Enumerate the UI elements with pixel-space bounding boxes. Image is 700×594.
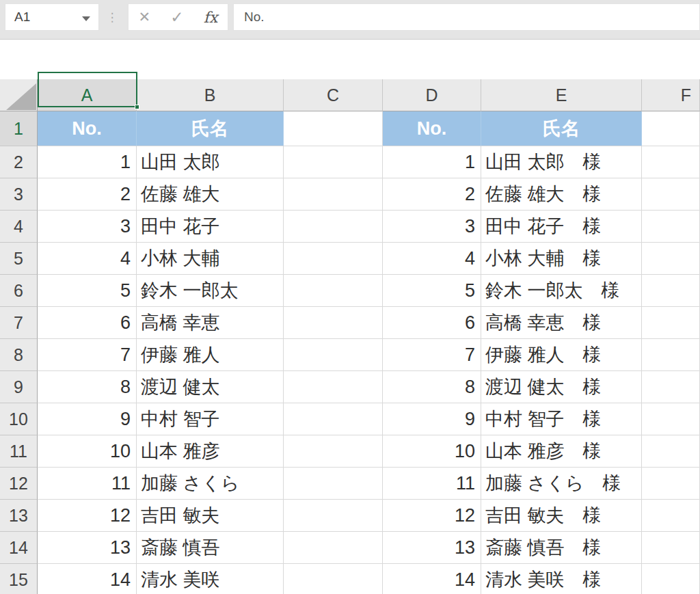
column-header-e[interactable]: E bbox=[481, 79, 642, 111]
cell-empty-c[interactable] bbox=[284, 564, 383, 594]
cell-empty-f[interactable] bbox=[642, 532, 700, 564]
row-header[interactable]: 11 bbox=[0, 435, 38, 468]
column-header-a[interactable]: A bbox=[38, 79, 137, 111]
cell-no-right[interactable]: 4 bbox=[383, 243, 481, 275]
cell-no-right[interactable]: 3 bbox=[383, 211, 481, 243]
cell-name-left[interactable]: 伊藤 雅人 bbox=[137, 339, 284, 371]
cell-no-right[interactable]: 12 bbox=[383, 500, 481, 532]
cell-empty-c[interactable] bbox=[284, 243, 383, 275]
cell-name-right[interactable]: 鈴木 一郎太 様 bbox=[481, 275, 642, 307]
cell-empty-f[interactable] bbox=[642, 275, 700, 307]
cancel-icon[interactable]: ✕ bbox=[139, 9, 151, 25]
column-header-b[interactable]: B bbox=[137, 79, 284, 111]
cell-no-left[interactable]: 5 bbox=[38, 275, 137, 307]
cell-no-left[interactable]: 9 bbox=[38, 403, 137, 435]
cell-empty-f[interactable] bbox=[642, 564, 700, 594]
cell-a1-no-header[interactable]: No. bbox=[38, 111, 137, 146]
cell-no-right[interactable]: 1 bbox=[383, 146, 481, 178]
row-header[interactable]: 14 bbox=[0, 532, 38, 564]
cell-no-left[interactable]: 12 bbox=[38, 500, 137, 532]
cell-name-right[interactable]: 田中 花子 様 bbox=[481, 211, 642, 243]
cell-empty-f[interactable] bbox=[642, 243, 700, 275]
cell-name-left[interactable]: 吉田 敏夫 bbox=[137, 500, 284, 532]
cell-name-left[interactable]: 山本 雅彦 bbox=[137, 435, 284, 468]
cell-no-left[interactable]: 3 bbox=[38, 211, 137, 243]
cell-empty-f[interactable] bbox=[642, 146, 700, 178]
cell-b1-name-header[interactable]: 氏名 bbox=[137, 111, 284, 146]
row-header[interactable]: 10 bbox=[0, 403, 38, 435]
cell-f1-empty[interactable] bbox=[642, 111, 700, 146]
cell-no-left[interactable]: 7 bbox=[38, 339, 137, 371]
cell-empty-f[interactable] bbox=[642, 468, 700, 500]
insert-function-icon[interactable]: fx bbox=[204, 9, 218, 26]
row-header[interactable]: 8 bbox=[0, 339, 38, 371]
cell-name-left[interactable]: 加藤 さくら bbox=[137, 468, 284, 500]
column-header-c[interactable]: C bbox=[284, 79, 383, 111]
select-all-corner[interactable] bbox=[0, 79, 38, 111]
cell-no-right[interactable]: 10 bbox=[383, 435, 481, 468]
cell-empty-f[interactable] bbox=[642, 307, 700, 339]
column-header-f[interactable]: F bbox=[642, 79, 700, 111]
cell-name-right[interactable]: 斎藤 慎吾 様 bbox=[481, 532, 642, 564]
cell-name-left[interactable]: 清水 美咲 bbox=[137, 564, 284, 594]
cell-no-right[interactable]: 11 bbox=[383, 468, 481, 500]
cell-name-right[interactable]: 山田 太郎 様 bbox=[481, 146, 642, 178]
cell-e1-name-header[interactable]: 氏名 bbox=[481, 111, 642, 146]
cell-empty-f[interactable] bbox=[642, 339, 700, 371]
name-box-dropdown-icon[interactable] bbox=[82, 16, 90, 21]
cell-name-right[interactable]: 高橋 幸恵 様 bbox=[481, 307, 642, 339]
row-header[interactable]: 6 bbox=[0, 275, 38, 307]
cell-empty-c[interactable] bbox=[284, 500, 383, 532]
cell-empty-c[interactable] bbox=[284, 339, 383, 371]
name-box[interactable]: A1 bbox=[5, 3, 99, 31]
cell-d1-no-header[interactable]: No. bbox=[383, 111, 481, 146]
row-header[interactable]: 3 bbox=[0, 178, 38, 211]
cell-no-left[interactable]: 6 bbox=[38, 307, 137, 339]
cell-name-right[interactable]: 山本 雅彦 様 bbox=[481, 435, 642, 468]
cell-name-left[interactable]: 鈴木 一郎太 bbox=[137, 275, 284, 307]
cell-empty-f[interactable] bbox=[642, 435, 700, 468]
cell-empty-c[interactable] bbox=[284, 435, 383, 468]
cell-name-right[interactable]: 渡辺 健太 様 bbox=[481, 371, 642, 403]
cell-no-left[interactable]: 10 bbox=[38, 435, 137, 468]
cell-name-right[interactable]: 清水 美咲 様 bbox=[481, 564, 642, 594]
cell-name-left[interactable]: 高橋 幸恵 bbox=[137, 307, 284, 339]
cell-empty-c[interactable] bbox=[284, 468, 383, 500]
cell-no-left[interactable]: 2 bbox=[38, 178, 137, 211]
row-header[interactable]: 2 bbox=[0, 146, 38, 178]
row-header[interactable]: 5 bbox=[0, 243, 38, 275]
cell-c1-empty[interactable] bbox=[284, 111, 383, 146]
cell-no-right[interactable]: 13 bbox=[383, 532, 481, 564]
cell-empty-f[interactable] bbox=[642, 178, 700, 211]
row-header[interactable]: 15 bbox=[0, 564, 38, 594]
cell-name-left[interactable]: 田中 花子 bbox=[137, 211, 284, 243]
cell-empty-f[interactable] bbox=[642, 500, 700, 532]
cell-name-right[interactable]: 加藤 さくら 様 bbox=[481, 468, 642, 500]
cell-name-left[interactable]: 小林 大輔 bbox=[137, 243, 284, 275]
cell-name-right[interactable]: 中村 智子 様 bbox=[481, 403, 642, 435]
row-header[interactable]: 13 bbox=[0, 500, 38, 532]
cell-no-right[interactable]: 6 bbox=[383, 307, 481, 339]
row-header[interactable]: 4 bbox=[0, 211, 38, 243]
cell-name-right[interactable]: 佐藤 雄大 様 bbox=[481, 178, 642, 211]
cell-no-left[interactable]: 4 bbox=[38, 243, 137, 275]
cell-name-left[interactable]: 佐藤 雄大 bbox=[137, 178, 284, 211]
cell-name-right[interactable]: 吉田 敏夫 様 bbox=[481, 500, 642, 532]
cell-no-left[interactable]: 8 bbox=[38, 371, 137, 403]
cell-empty-c[interactable] bbox=[284, 371, 383, 403]
cell-empty-c[interactable] bbox=[284, 146, 383, 178]
cell-empty-f[interactable] bbox=[642, 211, 700, 243]
row-header-1[interactable]: 1 bbox=[0, 111, 38, 146]
cell-empty-f[interactable] bbox=[642, 403, 700, 435]
cell-empty-c[interactable] bbox=[284, 178, 383, 211]
cell-name-right[interactable]: 小林 大輔 様 bbox=[481, 243, 642, 275]
row-header[interactable]: 9 bbox=[0, 371, 38, 403]
column-header-d[interactable]: D bbox=[383, 79, 481, 111]
cell-no-left[interactable]: 14 bbox=[38, 564, 137, 594]
cell-no-right[interactable]: 5 bbox=[383, 275, 481, 307]
cell-no-right[interactable]: 9 bbox=[383, 403, 481, 435]
cell-no-right[interactable]: 7 bbox=[383, 339, 481, 371]
cell-name-left[interactable]: 渡辺 健太 bbox=[137, 371, 284, 403]
row-header[interactable]: 12 bbox=[0, 468, 38, 500]
cell-name-left[interactable]: 山田 太郎 bbox=[137, 146, 284, 178]
